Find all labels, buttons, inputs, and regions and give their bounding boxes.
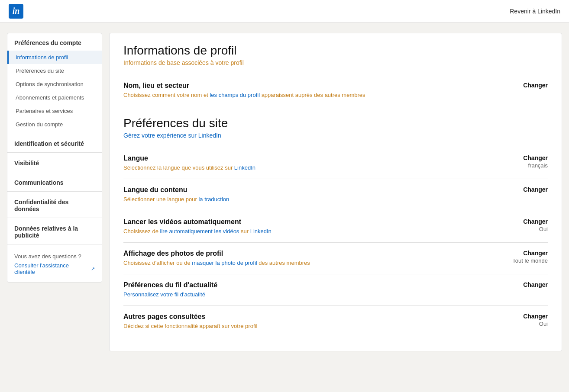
blue-link-champs: les champs du profil xyxy=(210,92,260,98)
setting-row-nom-lieu-secteur: Nom, lieu et secteur Choisissez comment … xyxy=(123,75,548,106)
header: in Revenir à LinkedIn xyxy=(0,0,569,22)
sidebar-item-gestion-du-compte[interactable]: Gestion du compte xyxy=(7,118,102,131)
setting-info-nom: Nom, lieu et secteur Choisissez comment … xyxy=(123,82,509,99)
sidebar-item-preferences-du-site[interactable]: Préférences du site xyxy=(7,64,102,77)
site-section-title: Préférences du site xyxy=(123,116,548,130)
sidebar-help-link-text: Consulter l'assistance clientèle xyxy=(14,262,89,275)
setting-value-autres-pages: Oui xyxy=(539,321,548,327)
setting-row-photos: Affichage des photos de profil Choisisse… xyxy=(123,243,548,274)
sidebar-item-partenaires-et-services[interactable]: Partenaires et services xyxy=(7,104,102,118)
setting-info-photos: Affichage des photos de profil Choisisse… xyxy=(123,250,509,267)
setting-row-langue: Langue Sélectionnez la langue que vous u… xyxy=(123,148,548,179)
setting-name-nom: Nom, lieu et secteur xyxy=(123,82,509,90)
linkedin-link-subtitle: LinkedIn xyxy=(198,132,221,139)
setting-row-autres-pages: Autres pages consultées Décidez si cette… xyxy=(123,306,548,337)
profile-info-section: Informations de profil Informations de b… xyxy=(123,44,548,106)
change-link-langue-contenu[interactable]: Changer xyxy=(523,186,548,193)
setting-desc-videos: Choisissez de lire automatiquement les v… xyxy=(123,228,418,235)
sidebar-help-link[interactable]: Consulter l'assistance clientèle ↗ xyxy=(14,262,95,275)
setting-desc-photos: Choisissez d'afficher ou de masquer la p… xyxy=(123,259,418,267)
change-link-langue[interactable]: Changer xyxy=(523,154,548,161)
setting-info-fil-actualite: Préférences du fil d'actualité Personnal… xyxy=(123,281,509,299)
setting-name-langue: Langue xyxy=(123,154,509,162)
setting-desc-fil-actualite: Personnalisez votre fil d'actualité xyxy=(123,291,418,299)
setting-action-langue: Changer français xyxy=(509,154,548,169)
setting-info-langue: Langue Sélectionnez la langue que vous u… xyxy=(123,154,509,172)
blue-link-lire: lire automatiquement les vidéos xyxy=(160,228,239,235)
sidebar-divider-5 xyxy=(7,218,102,218)
setting-desc-langue: Sélectionnez la langue que vous utilisez… xyxy=(123,164,418,172)
back-to-linkedin-link[interactable]: Revenir à LinkedIn xyxy=(510,8,560,15)
setting-info-videos: Lancer les vidéos automatiquement Choisi… xyxy=(123,218,509,235)
sidebar-item-options-de-synchronisation[interactable]: Options de synchronisation xyxy=(7,77,102,91)
site-preferences-section: Préférences du site Gérez votre expérien… xyxy=(123,116,548,337)
site-section-subtitle: Gérez votre expérience sur LinkedIn xyxy=(123,132,548,139)
setting-desc-nom: Choisissez comment votre nom et les cham… xyxy=(123,91,418,99)
sidebar-publicite-title[interactable]: Données relatives à la publicité xyxy=(7,220,102,242)
setting-name-autres-pages: Autres pages consultées xyxy=(123,313,509,321)
sidebar-communications-title[interactable]: Communications xyxy=(7,174,102,190)
linkedin-logo: in xyxy=(9,4,23,19)
setting-action-nom: Changer xyxy=(509,82,548,89)
setting-row-fil-actualite: Préférences du fil d'actualité Personnal… xyxy=(123,274,548,306)
sidebar-visibilite-title[interactable]: Visibilité xyxy=(7,154,102,170)
sidebar-identification-title[interactable]: Identification et sécurité xyxy=(7,135,102,151)
sidebar-divider-6 xyxy=(7,244,102,244)
change-link-videos[interactable]: Changer xyxy=(523,218,548,225)
sidebar-divider-1 xyxy=(7,133,102,133)
content-area: Informations de profil Informations de b… xyxy=(109,33,562,351)
setting-row-videos: Lancer les vidéos automatiquement Choisi… xyxy=(123,211,548,243)
change-link-nom[interactable]: Changer xyxy=(523,82,548,89)
profile-section-title: Informations de profil xyxy=(123,44,548,58)
setting-value-langue: français xyxy=(528,162,548,169)
setting-desc-autres-pages: Décidez si cette fonctionnalité apparaît… xyxy=(123,322,418,330)
sidebar-item-abonnements-et-paiements[interactable]: Abonnements et paiements xyxy=(7,91,102,104)
blue-link-linkedin-langue: LinkedIn xyxy=(234,164,255,171)
setting-info-autres-pages: Autres pages consultées Décidez si cette… xyxy=(123,313,509,330)
setting-info-langue-contenu: Langue du contenu Sélectionner une langu… xyxy=(123,186,509,203)
sidebar-divider-3 xyxy=(7,172,102,172)
setting-action-videos: Changer Oui xyxy=(509,218,548,232)
profile-section-subtitle: Informations de base associées à votre p… xyxy=(123,59,548,66)
setting-action-autres-pages: Changer Oui xyxy=(509,313,548,327)
setting-value-photos: Tout le monde xyxy=(512,257,548,264)
setting-name-videos: Lancer les vidéos automatiquement xyxy=(123,218,509,226)
sidebar-item-informations-de-profil[interactable]: Informations de profil xyxy=(7,51,102,64)
blue-link-personnalisez: Personnalisez votre fil d'actualité xyxy=(123,291,205,298)
blue-link-masquer: masquer la photo de profil xyxy=(192,260,257,266)
setting-desc-langue-contenu: Sélectionner une langue pour la traducti… xyxy=(123,196,418,203)
sidebar: Préférences du compte Informations de pr… xyxy=(7,33,102,351)
setting-row-langue-contenu: Langue du contenu Sélectionner une langu… xyxy=(123,179,548,211)
setting-name-photos: Affichage des photos de profil xyxy=(123,250,509,257)
setting-name-fil-actualite: Préférences du fil d'actualité xyxy=(123,281,509,289)
sidebar-card: Préférences du compte Informations de pr… xyxy=(7,33,102,283)
setting-action-photos: Changer Tout le monde xyxy=(509,250,548,264)
change-link-autres-pages[interactable]: Changer xyxy=(523,313,548,320)
sidebar-divider-4 xyxy=(7,191,102,192)
setting-action-fil-actualite: Changer xyxy=(509,281,548,288)
blue-link-linkedin-video: LinkedIn xyxy=(250,228,272,235)
sidebar-confidentialite-title[interactable]: Confidentialité des données xyxy=(7,193,102,216)
sidebar-compte-title: Préférences du compte xyxy=(7,33,102,51)
setting-name-langue-contenu: Langue du contenu xyxy=(123,186,509,194)
external-link-icon: ↗ xyxy=(91,266,95,272)
main-container: Préférences du compte Informations de pr… xyxy=(0,22,569,362)
sidebar-help: Vous avez des questions ? Consulter l'as… xyxy=(7,246,102,282)
change-link-fil-actualite[interactable]: Changer xyxy=(523,281,548,288)
logo-text: in xyxy=(13,6,20,16)
setting-value-videos: Oui xyxy=(539,226,548,232)
change-link-photos[interactable]: Changer xyxy=(523,250,548,257)
setting-action-langue-contenu: Changer xyxy=(509,186,548,193)
blue-link-traduction: la traduction xyxy=(198,196,229,202)
sidebar-divider-2 xyxy=(7,152,102,153)
sidebar-help-text: Vous avez des questions ? xyxy=(14,253,95,260)
